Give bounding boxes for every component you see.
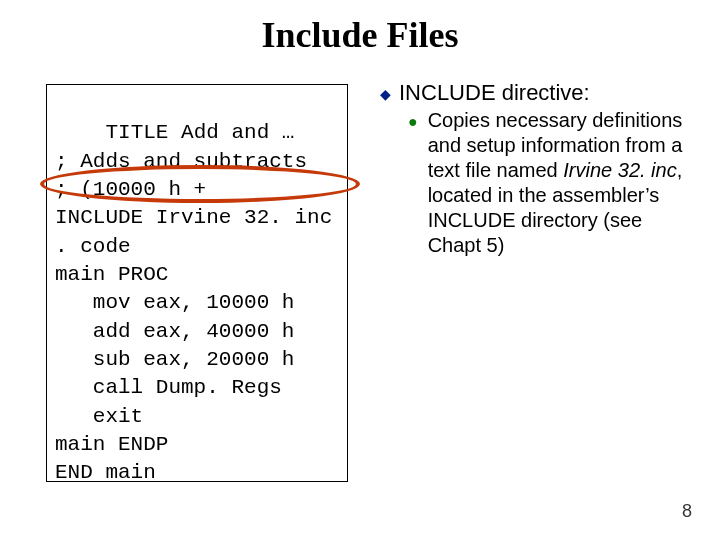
code-line: call Dump. Regs	[55, 376, 282, 399]
code-line: INCLUDE Irvine 32. inc	[55, 206, 332, 229]
code-line: ; Adds and subtracts	[55, 150, 307, 173]
sub-bullet-item: ● Copies necessary definitions and setup…	[408, 108, 690, 258]
page-number: 8	[682, 501, 692, 522]
bullet-item: ◆ INCLUDE directive:	[380, 80, 690, 106]
code-line: END main	[55, 461, 156, 482]
circle-bullet-icon: ●	[408, 112, 418, 132]
code-line: exit	[55, 405, 143, 428]
code-line: . code	[55, 235, 131, 258]
code-line: ; (10000 h +	[55, 178, 206, 201]
code-line: mov eax, 10000 h	[55, 291, 294, 314]
code-line: add eax, 40000 h	[55, 320, 294, 343]
bullet-list: ◆ INCLUDE directive: ● Copies necessary …	[380, 80, 690, 258]
bullet-heading: INCLUDE directive:	[399, 80, 590, 106]
code-line: sub eax, 20000 h	[55, 348, 294, 371]
code-line: main ENDP	[55, 433, 168, 456]
diamond-bullet-icon: ◆	[380, 86, 391, 103]
code-listing: TITLE Add and … ; Adds and subtracts ; (…	[46, 84, 348, 482]
sub-bullet-text: Copies necessary definitions and setup i…	[428, 108, 690, 258]
code-line: TITLE Add and …	[105, 121, 294, 144]
page-title: Include Files	[0, 14, 720, 56]
code-line: main PROC	[55, 263, 168, 286]
